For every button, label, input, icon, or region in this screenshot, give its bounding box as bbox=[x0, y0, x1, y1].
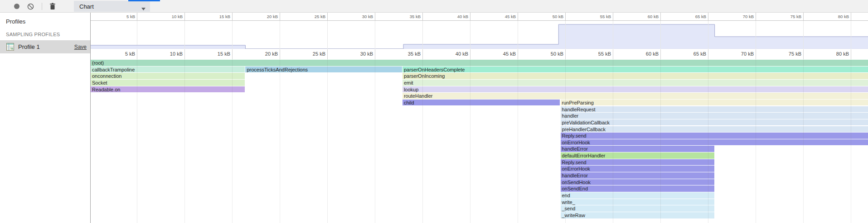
ruler-tick-label: 25 kB bbox=[295, 51, 325, 57]
gridline bbox=[232, 49, 233, 59]
profile-grid-icon: % bbox=[6, 43, 14, 51]
flame-frame-root[interactable]: (root) bbox=[91, 60, 868, 66]
flame-frame-processTicksAndRejections[interactable]: processTicksAndRejections bbox=[245, 66, 402, 73]
gridline bbox=[184, 13, 185, 21]
ruler-tick-label: 70 kB bbox=[723, 14, 754, 19]
sidebar-item-profile-1[interactable]: % Profile 1 Save bbox=[0, 40, 90, 53]
flame-frame-handleError[interactable]: handleError bbox=[561, 146, 714, 152]
flame-frame-onErrorHook[interactable]: onErrorHook bbox=[561, 139, 868, 146]
flame-frame-parserOnIncoming[interactable]: parserOnIncoming bbox=[402, 73, 868, 79]
flamechart-ruler: 5 kB10 kB15 kB20 kB25 kB30 kB35 kB40 kB4… bbox=[91, 49, 868, 59]
overview-area-chart bbox=[91, 21, 868, 49]
view-mode-value: Chart bbox=[79, 3, 94, 10]
flame-frame-child[interactable]: child bbox=[402, 100, 560, 106]
clear-profiles-button[interactable] bbox=[25, 1, 36, 12]
gridline bbox=[518, 13, 518, 21]
flame-frame-_send[interactable]: _send bbox=[561, 205, 714, 212]
save-profile-link[interactable]: Save bbox=[74, 44, 87, 50]
flame-frame-preValidationCallback[interactable]: preValidationCallback bbox=[561, 119, 868, 126]
flame-frame-Socket[interactable]: Socket bbox=[91, 80, 245, 86]
ruler-tick-label: 20 kB bbox=[247, 51, 278, 57]
gridline bbox=[327, 49, 328, 59]
gridline bbox=[232, 13, 233, 21]
gridline bbox=[422, 13, 423, 21]
ruler-tick-label: 60 kB bbox=[628, 51, 659, 57]
sampling-profiles-section-label: SAMPLING PROFILES bbox=[6, 32, 60, 37]
flame-chart-pane: 5 kB10 kB15 kB20 kB25 kB30 kB35 kB40 kB4… bbox=[91, 13, 868, 223]
ruler-tick-label: 20 kB bbox=[247, 14, 278, 19]
flame-frame-handleError[interactable]: handleError bbox=[561, 172, 714, 179]
flame-frame-Readable.on[interactable]: Readable.on bbox=[91, 86, 245, 93]
flame-frame-onErrorHook[interactable]: onErrorHook bbox=[561, 166, 714, 172]
overview-ruler: 5 kB10 kB15 kB20 kB25 kB30 kB35 kB40 kB4… bbox=[91, 13, 868, 21]
block-circle-icon bbox=[27, 3, 34, 10]
flame-frame-lookup[interactable]: lookup bbox=[402, 86, 868, 93]
ruler-tick-label: 80 kB bbox=[818, 51, 849, 57]
delete-profile-button[interactable] bbox=[47, 1, 58, 12]
gridline bbox=[660, 13, 661, 21]
flame-frame-preHandlerCallback[interactable]: preHandlerCallback bbox=[561, 126, 868, 133]
flame-frame-routeHandler[interactable]: routeHandler bbox=[402, 93, 868, 99]
trash-icon bbox=[49, 3, 56, 10]
ruler-tick-label: 65 kB bbox=[675, 51, 706, 57]
record-profile-button[interactable] bbox=[11, 1, 22, 12]
tab-accent-bar bbox=[128, 0, 160, 1]
ruler-tick-label: 35 kB bbox=[390, 51, 421, 57]
gridline bbox=[660, 49, 661, 59]
flame-frame-onconnection[interactable]: onconnection bbox=[91, 73, 245, 79]
gridline bbox=[422, 49, 423, 59]
ruler-tick-label: 55 kB bbox=[580, 51, 611, 57]
flame-frame-callbackTrampoline[interactable]: callbackTrampoline bbox=[91, 66, 245, 73]
ruler-tick-label: 45 kB bbox=[485, 51, 516, 57]
gridline bbox=[375, 13, 375, 21]
ruler-tick-label: 50 kB bbox=[533, 14, 563, 19]
ruler-tick-label: 15 kB bbox=[199, 51, 230, 57]
gridline bbox=[565, 13, 566, 21]
ruler-tick-label: 55 kB bbox=[580, 14, 611, 19]
gridline bbox=[518, 49, 518, 59]
flamechart-canvas[interactable]: (root)callbackTrampolineprocessTicksAndR… bbox=[91, 59, 868, 223]
ruler-tick-label: 75 kB bbox=[771, 51, 801, 57]
gridline bbox=[470, 49, 470, 59]
gridline bbox=[756, 13, 756, 21]
gridline bbox=[327, 13, 328, 21]
gridline bbox=[184, 49, 185, 59]
ruler-tick-label: 45 kB bbox=[485, 14, 516, 19]
flame-frame-Reply.send[interactable]: Reply.send bbox=[561, 133, 868, 139]
flame-frame-defaultErrorHandler[interactable]: defaultErrorHandler bbox=[561, 152, 714, 159]
ruler-tick-label: 35 kB bbox=[390, 14, 421, 19]
flame-frame-write_[interactable]: write_ bbox=[561, 199, 714, 205]
flame-frame-runPreParsing[interactable]: runPreParsing bbox=[561, 100, 868, 106]
view-mode-select[interactable]: Chart bbox=[74, 1, 150, 12]
flame-frame-emit[interactable]: emit bbox=[402, 80, 868, 86]
profiles-sidebar: Profiles SAMPLING PROFILES % Profile 1 S… bbox=[0, 13, 91, 223]
flame-frame-Reply.send[interactable]: Reply.send bbox=[561, 159, 714, 166]
flame-frame-onSendEnd[interactable]: onSendEnd bbox=[561, 185, 714, 192]
chevron-down-icon bbox=[141, 5, 145, 12]
flame-frame-handleRequest[interactable]: handleRequest bbox=[561, 106, 868, 113]
ruler-tick-label: 65 kB bbox=[675, 14, 706, 19]
ruler-tick-label: 40 kB bbox=[437, 51, 468, 57]
ruler-tick-label: 50 kB bbox=[533, 51, 563, 57]
ruler-tick-label: 60 kB bbox=[628, 14, 659, 19]
gridline bbox=[137, 13, 137, 21]
flame-frame-onSendHook[interactable]: onSendHook bbox=[561, 179, 714, 185]
gridline bbox=[851, 13, 851, 21]
gridline bbox=[803, 13, 804, 21]
flame-frame-parserOnHeadersComplete[interactable]: parserOnHeadersComplete bbox=[402, 66, 868, 73]
flame-frame-end[interactable]: end bbox=[561, 192, 714, 199]
record-circle-icon bbox=[14, 3, 20, 9]
gridline bbox=[327, 59, 328, 223]
gridline bbox=[280, 13, 280, 21]
allocation-overview-minimap[interactable] bbox=[91, 21, 868, 49]
ruler-tick-label: 40 kB bbox=[437, 14, 468, 19]
gridline bbox=[708, 13, 708, 21]
flame-frame-handler[interactable]: handler bbox=[561, 113, 868, 119]
gridline bbox=[375, 59, 375, 223]
ruler-tick-label: 5 kB bbox=[104, 51, 135, 57]
gridline bbox=[851, 49, 851, 59]
gridline bbox=[756, 49, 756, 59]
flame-frame-_writeRaw[interactable]: _writeRaw bbox=[561, 212, 714, 218]
ruler-tick-label: 15 kB bbox=[199, 14, 230, 19]
ruler-tick-label: 10 kB bbox=[152, 51, 183, 57]
